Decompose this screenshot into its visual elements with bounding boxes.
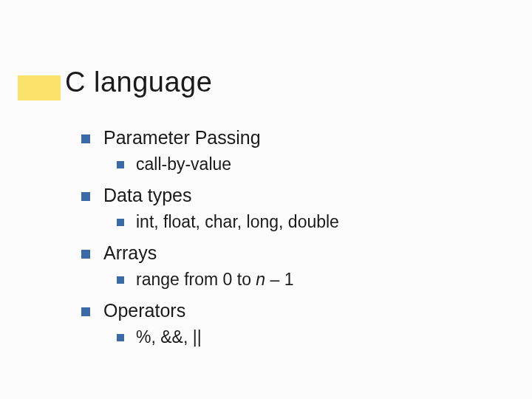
list-item: Operators	[81, 300, 339, 321]
list-subitem: %, &&, ||	[117, 327, 339, 347]
slide-title: C language	[65, 66, 212, 98]
subitem-label: %, &&, ||	[136, 327, 202, 347]
subitem-label: int, float, char, long, double	[136, 212, 339, 232]
item-label: Data types	[103, 185, 192, 206]
item-label: Arrays	[103, 242, 157, 264]
square-bullet-icon	[81, 134, 90, 143]
slide-content: Parameter Passing call-by-value Data typ…	[81, 127, 339, 358]
item-label: Operators	[103, 300, 185, 321]
square-bullet-icon	[117, 161, 124, 168]
square-bullet-icon	[81, 307, 90, 316]
item-label: Parameter Passing	[103, 127, 261, 149]
list-item: Data types	[81, 185, 339, 206]
square-bullet-icon	[117, 219, 124, 226]
accent-box	[18, 75, 61, 100]
list-subitem: call-by-value	[117, 154, 339, 174]
square-bullet-icon	[81, 250, 90, 259]
list-item: Parameter Passing	[81, 127, 339, 149]
list-subitem: int, float, char, long, double	[117, 212, 339, 232]
list-subitem: range from 0 to n – 1	[117, 270, 339, 290]
square-bullet-icon	[117, 276, 124, 284]
list-item: Arrays	[81, 242, 339, 264]
subitem-label: call-by-value	[136, 154, 231, 174]
square-bullet-icon	[117, 334, 124, 341]
square-bullet-icon	[81, 192, 90, 201]
subitem-label: range from 0 to n – 1	[136, 270, 294, 290]
